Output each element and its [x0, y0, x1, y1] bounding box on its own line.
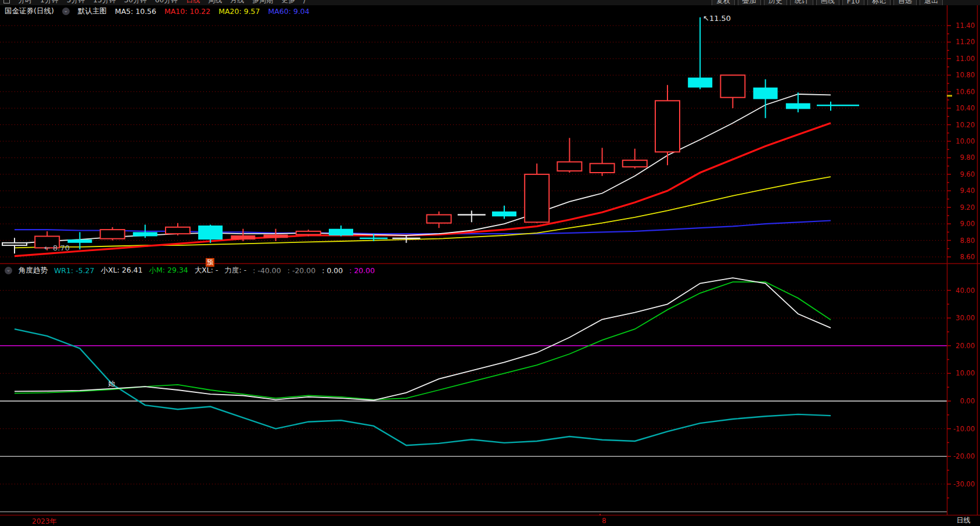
xiao-xl-value: 小XL: 26.41 [101, 266, 143, 275]
preset-label[interactable]: 默认主图 [78, 6, 107, 16]
period-tab-15分钟[interactable]: 15分钟 [93, 0, 116, 5]
price-axis-label: 10.20 [948, 121, 975, 129]
price-axis-label: 11.00 [948, 55, 975, 63]
wr1-value: WR1: -5.27 [54, 266, 95, 275]
toolbar-button-复权[interactable]: 复权 [712, 0, 735, 5]
price-axis-label: 10.80 [948, 71, 975, 79]
price-axis-label: 9.60 [948, 170, 975, 178]
price-marker-8.70: ← 8.70 [44, 244, 70, 252]
time-axis-bar[interactable]: 2023年 8 日线 [0, 516, 980, 526]
window-icon [3, 0, 10, 3]
toolbar-button-退出[interactable]: 退出 [920, 0, 943, 5]
period-tab-∕[interactable]: ∕ [303, 0, 306, 5]
stock-app-window: { "toolbar": { "left_items": ["分时","1分钟"… [0, 0, 980, 526]
toolbar-button-统计[interactable]: 统计 [790, 0, 813, 5]
period-tabs: 分时1分钟5分钟15分钟30分钟60分钟日线周线月线多周期更多∕ [3, 0, 306, 5]
ma60-value: MA60: 9.04 [268, 7, 310, 16]
price-axis-label: 10.40 [948, 104, 975, 112]
ref-line-zero: : 0.00 [322, 266, 343, 275]
period-tab-日线[interactable]: 日线 [186, 0, 200, 5]
price-axis-label: 8.60 [948, 253, 975, 261]
indicator-axis-label: -20.00 [948, 452, 975, 460]
price-axis-label: 9.20 [948, 203, 975, 212]
lidu-value: 力度: - [225, 266, 247, 275]
period-tab-60分钟[interactable]: 60分钟 [155, 0, 178, 5]
indicator-name[interactable]: 角度趋势 [19, 266, 48, 275]
period-tab-多周期[interactable]: 多周期 [252, 0, 273, 5]
indicator-axis-label: 40.00 [948, 287, 975, 295]
toolbar-button-F10[interactable]: F10 [842, 0, 864, 5]
indicator-legend: ⌄ 角度趋势 WR1: -5.27 小XL: 26.41 小M: 29.34 大… [5, 266, 375, 275]
indicator-axis-label: 30.00 [948, 314, 975, 322]
xiao-m-value: 小M: 29.34 [149, 266, 188, 275]
indicator-axis-label: 0.00 [948, 397, 975, 405]
price-axis-label: 9.80 [948, 153, 975, 162]
high-price-text: 11.50 [709, 14, 731, 23]
chevron-down-icon[interactable]: ⌄ [5, 267, 12, 274]
ref-line-neg20: : -20.00 [288, 266, 315, 275]
period-tab-月线[interactable]: 月线 [230, 0, 244, 5]
period-tab-周线[interactable]: 周线 [208, 0, 222, 5]
toolbar-buttons: 复权叠加历史统计画线F10标记自选退出 [712, 0, 943, 5]
chart-canvas[interactable] [0, 0, 980, 526]
arrow-up-left-icon: ↖ [703, 14, 709, 23]
price-axis-label: 11.20 [948, 38, 975, 46]
price-axis-label: 10.00 [948, 137, 975, 145]
period-tab-更多[interactable]: 更多 [281, 0, 295, 5]
year-label: 2023年 [32, 517, 57, 526]
toolbar-button-叠加[interactable]: 叠加 [738, 0, 761, 5]
high-price-marker-11.50: ↖11.50 [703, 14, 731, 23]
da-xl-value: 大XL: - [195, 266, 218, 275]
period-tab-30分钟[interactable]: 30分钟 [124, 0, 147, 5]
ma10-value: MA10: 10.22 [164, 7, 210, 16]
indicator-axis-label: -10.00 [948, 425, 975, 433]
toolbar-button-自选[interactable]: 自选 [893, 0, 917, 5]
ma20-value: MA20: 9.57 [218, 7, 260, 16]
signal-badge-yu: 预 [206, 258, 214, 267]
price-axis-label: 9.00 [948, 220, 975, 228]
signal-label-shi: 始 [108, 379, 115, 389]
price-axis-label: 8.80 [948, 237, 975, 245]
indicator-axis-label: 10.00 [948, 369, 975, 377]
chevron-down-icon[interactable]: ⌄ [62, 8, 70, 15]
ref-line-neg40: : -40.00 [253, 266, 281, 275]
ma5-value: MA5: 10.56 [115, 7, 156, 16]
symbol-title: 国金证券(日线) [5, 6, 54, 16]
indicator-axis-label: 20.00 [948, 342, 975, 350]
period-tab-分时[interactable]: 分时 [18, 0, 32, 5]
period-tab-5分钟[interactable]: 5分钟 [67, 0, 85, 5]
ref-line-20: : 20.00 [349, 266, 375, 275]
period-tab-1分钟[interactable]: 1分钟 [40, 0, 59, 5]
toolbar-button-画线[interactable]: 画线 [816, 0, 839, 5]
price-axis-label: 10.60 [948, 88, 975, 96]
month-label: 8 [602, 517, 606, 525]
top-toolbar: 分时1分钟5分钟15分钟30分钟60分钟日线周线月线多周期更多∕ 复权叠加历史统… [0, 0, 980, 5]
main-chart-legend: 国金证券(日线) ⌄ 默认主图 MA5: 10.56 MA10: 10.22 M… [5, 6, 310, 16]
price-axis-label: 9.40 [948, 187, 975, 195]
price-axis-label: 11.40 [948, 22, 975, 30]
period-cell: 日线 [947, 516, 979, 526]
toolbar-button-标记[interactable]: 标记 [867, 0, 891, 5]
indicator-axis-label: -30.00 [948, 480, 975, 488]
toolbar-button-历史[interactable]: 历史 [764, 0, 787, 5]
